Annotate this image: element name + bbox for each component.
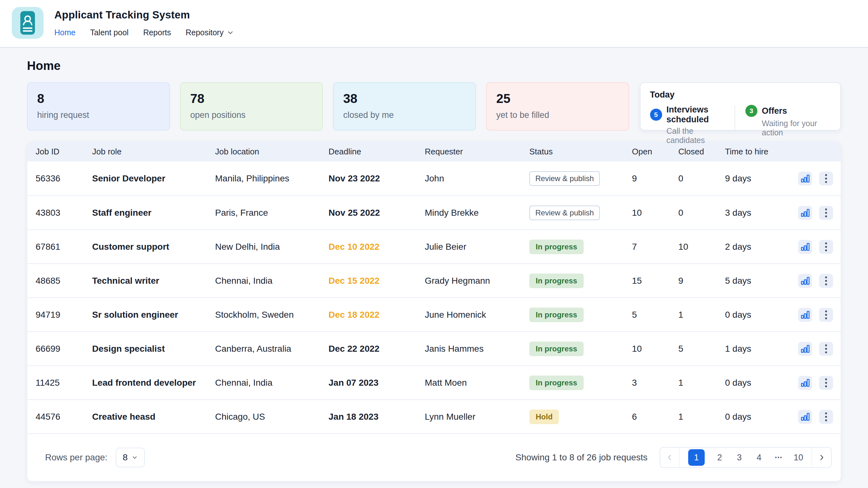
time-to-hire-cell: 5 days <box>725 276 796 286</box>
nav-item-reports[interactable]: Reports <box>143 28 171 37</box>
row-menu-button[interactable] <box>819 240 833 254</box>
open-count-cell: 10 <box>632 208 678 218</box>
summary-cards-row: 8 hiring request 78 open positions 38 cl… <box>27 82 841 130</box>
chevron-down-icon <box>131 454 138 461</box>
col-header-open: Open <box>632 147 678 157</box>
rows-per-page-value: 8 <box>123 452 128 463</box>
time-to-hire-cell: 1 days <box>725 344 796 354</box>
nav-item-talent-pool[interactable]: Talent pool <box>90 28 129 37</box>
row-actions <box>796 308 833 322</box>
time-to-hire-cell: 2 days <box>725 242 796 252</box>
vertical-divider <box>735 105 735 132</box>
today-panel: Today 5 Interviews scheduled Call the ca… <box>640 82 841 130</box>
row-report-button[interactable] <box>798 308 812 322</box>
row-actions <box>796 240 833 254</box>
time-to-hire-cell: 9 days <box>725 174 796 184</box>
row-menu-button[interactable] <box>819 206 833 220</box>
job-role-cell: Technical writer <box>92 276 215 286</box>
row-menu-button[interactable] <box>819 410 833 424</box>
status-cell: Review & publish <box>529 171 632 186</box>
row-report-button[interactable] <box>798 274 812 288</box>
applicant-tracking-app: Applicant Tracking System Home Talent po… <box>0 0 868 488</box>
row-report-button[interactable] <box>798 206 812 220</box>
stat-card-open-positions: 78 open positions <box>180 82 323 130</box>
rows-per-page-label: Rows per page: <box>45 452 107 463</box>
open-count-cell: 3 <box>632 378 678 388</box>
row-menu-button[interactable] <box>819 376 833 390</box>
bar-chart-icon <box>800 276 810 285</box>
nav-item-repository[interactable]: Repository <box>186 28 234 37</box>
bar-chart-icon <box>800 310 810 319</box>
row-actions <box>796 342 833 356</box>
table-row: 67861 Customer support New Delhi, India … <box>27 230 841 264</box>
open-count-cell: 15 <box>632 276 678 286</box>
requester-cell: Grady Hegmann <box>425 276 529 286</box>
page-title: Home <box>27 59 841 73</box>
requester-cell: John <box>425 174 529 184</box>
row-menu-button[interactable] <box>819 308 833 322</box>
page-button-1[interactable]: 1 <box>688 449 705 466</box>
col-header-time-to-hire: Time to hire <box>725 147 796 157</box>
status-cell: Review & publish <box>529 206 632 220</box>
rows-per-page-select[interactable]: 8 <box>116 448 145 467</box>
deadline-cell: Dec 10 2022 <box>329 242 425 252</box>
previous-page-button[interactable] <box>660 448 680 467</box>
deadline-cell: Jan 07 2023 <box>329 378 425 388</box>
status-badge: In progress <box>529 274 584 288</box>
open-count-cell: 6 <box>632 412 678 422</box>
closed-count-cell: 0 <box>678 174 725 184</box>
next-page-button[interactable] <box>811 448 831 467</box>
row-menu-button[interactable] <box>819 172 833 186</box>
job-location-cell: Paris, France <box>215 208 329 218</box>
app-header: Applicant Tracking System Home Talent po… <box>0 0 868 48</box>
job-requests-table: Job ID Job role Job location Deadline Re… <box>27 142 841 481</box>
job-id-cell: 48685 <box>36 276 92 286</box>
nav-item-home[interactable]: Home <box>54 28 75 37</box>
row-report-button[interactable] <box>798 172 812 186</box>
page-ellipsis[interactable]: ••• <box>774 454 783 461</box>
status-cell: In progress <box>529 274 632 288</box>
table-row: 94719 Sr solution engineer Stockholm, Sw… <box>27 297 841 331</box>
col-header-job-id: Job ID <box>36 147 92 157</box>
page-button-4[interactable]: 4 <box>754 453 764 463</box>
status-badge: In progress <box>529 308 584 322</box>
table-row: 56336 Senior Developer Manila, Philippin… <box>27 161 841 195</box>
requester-cell: Julie Beier <box>425 242 529 252</box>
requester-cell: Lynn Mueller <box>425 412 529 422</box>
status-cell: Hold <box>529 409 632 424</box>
row-report-button[interactable] <box>798 376 812 390</box>
job-id-cell: 66699 <box>36 344 92 354</box>
status-cell: In progress <box>529 308 632 322</box>
row-report-button[interactable] <box>798 240 812 254</box>
row-report-button[interactable] <box>798 342 812 356</box>
job-id-cell: 44576 <box>36 412 92 422</box>
open-count-cell: 9 <box>632 174 678 184</box>
kebab-menu-icon <box>825 344 827 353</box>
table-row: 48685 Technical writer Chennai, India De… <box>27 264 841 297</box>
stat-label: closed by me <box>343 110 466 120</box>
row-menu-button[interactable] <box>819 342 833 356</box>
closed-count-cell: 1 <box>678 310 725 320</box>
page-button-3[interactable]: 3 <box>735 453 744 463</box>
time-to-hire-cell: 0 days <box>725 310 796 320</box>
stat-card-closed-by-me: 38 closed by me <box>333 82 476 130</box>
today-item-label: Offers <box>762 106 787 116</box>
interviews-count-badge: 5 <box>650 109 662 121</box>
row-actions <box>796 274 833 288</box>
closed-count-cell: 1 <box>678 378 725 388</box>
deadline-cell: Nov 23 2022 <box>329 174 425 184</box>
row-menu-button[interactable] <box>819 274 833 288</box>
today-title: Today <box>650 90 831 100</box>
kebab-menu-icon <box>825 174 827 183</box>
page-button-2[interactable]: 2 <box>715 453 724 463</box>
job-id-cell: 94719 <box>36 310 92 320</box>
table-row: 43803 Staff engineer Paris, France Nov 2… <box>27 195 841 230</box>
job-id-cell: 43803 <box>36 208 92 218</box>
row-report-button[interactable] <box>798 410 812 424</box>
page-button-10[interactable]: 10 <box>794 453 803 463</box>
today-item-label: Interviews scheduled <box>666 105 733 125</box>
status-badge: In progress <box>529 341 584 356</box>
app-title: Applicant Tracking System <box>54 9 234 21</box>
nav-item-repository-label: Repository <box>186 28 224 37</box>
job-role-cell: Senior Developer <box>92 174 215 184</box>
